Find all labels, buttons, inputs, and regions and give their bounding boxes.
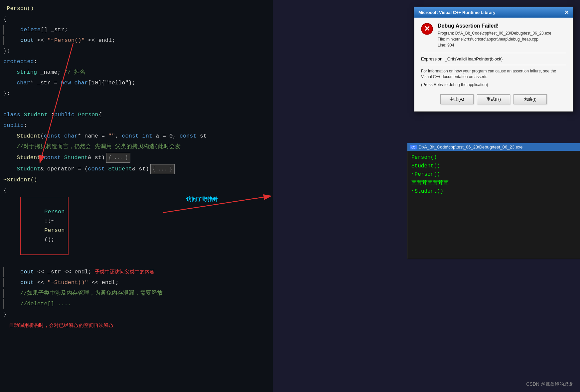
class-student-line: class Student : public Person { [0, 110, 273, 120]
terminal-line-2: Student() [411, 162, 576, 171]
dialog-separator [421, 53, 566, 53]
dialog-header: ✕ Debug Assertion Failed! Program: D:\A_… [421, 23, 566, 48]
dialog-press: (Press Retry to debug the application) [421, 82, 566, 87]
dialog-body: ✕ Debug Assertion Failed! Program: D:\A_… [414, 18, 573, 111]
assertion-title: Debug Assertion Failed! [438, 23, 551, 29]
code-line: string _name; // 姓名 [0, 67, 273, 78]
watermark: CSDN @戴墨镜的恐龙 [526, 381, 573, 387]
terminal-icon: C: [410, 145, 417, 149]
code-line: { [0, 14, 273, 25]
terminal-line-1: Person() [411, 153, 576, 162]
code-line: { [0, 185, 273, 196]
code-line: cout << _str << endl; 子类中还访问父类中的内容 [0, 266, 273, 277]
code-line: Student ( const Student & st) { ... } [0, 152, 273, 163]
code-line: cout << "~Person()" << endl; [0, 35, 273, 46]
annotation-child-access: 子类中还访问父类中的内容 [95, 267, 155, 276]
terminal-line-4: 茸茸茸茸茸茸茸 [411, 179, 576, 188]
code-line: ~Person() [0, 3, 273, 14]
code-line: delete [] _str; [0, 25, 273, 35]
terminal-content: Person() Student() ~Person() 茸茸茸茸茸茸茸 ~St… [407, 151, 580, 199]
code-line: ~Student() [0, 175, 273, 185]
code-editor: ~Person() { delete [] _str; cout << "~Pe… [0, 0, 273, 392]
code-line: protected : [0, 56, 273, 67]
dialog-titlebar: Microsoft Visual C++ Runtime Library ✕ [414, 7, 573, 18]
ignore-button[interactable]: 忽略(I) [513, 94, 547, 104]
code-line [0, 99, 273, 110]
terminal-titlebar: C: D:\A_Bit_Code\cpp\test_06_23\Debug\te… [407, 143, 580, 151]
code-line-annotation: 自动调用析构时，会对已经释放的空间再次释放 [0, 320, 273, 331]
terminal-title: D:\A_Bit_Code\cpp\test_06_23\Debug\test_… [419, 145, 523, 149]
terminal-line-5: ~Student() [411, 187, 576, 196]
code-line: public : [0, 120, 273, 131]
code-line: }; [0, 46, 273, 56]
dialog-separator-2 [421, 65, 566, 65]
code-line-redbox: Person ::~ Person (); [0, 196, 273, 256]
retry-button[interactable]: 重试(R) [477, 94, 510, 104]
code-line: Student ( const char * name = "" , const… [0, 131, 273, 142]
code-line: cout << "~Student()" << endl; [0, 277, 273, 288]
abort-button[interactable]: 中止(A) [440, 94, 474, 104]
dialog-close-button[interactable]: ✕ [564, 9, 569, 16]
code-line [0, 256, 273, 266]
program-info: Program: D:\A_Bit_Code\cpp\test_06_23\De… [438, 30, 551, 48]
dialog-note: For information on how your program can … [421, 68, 566, 80]
expression-line: Expression: _CrtIsValidHeapPointer(block… [421, 56, 566, 61]
error-dialog: Microsoft Visual C++ Runtime Library ✕ ✕… [414, 7, 573, 112]
annotation-auto-destruct: 自动调用析构时，会对已经释放的空间再次释放 [3, 321, 114, 330]
code-line: } [0, 309, 273, 320]
error-icon: ✕ [421, 23, 433, 35]
code-line: Student & operator = ( const Student & s… [0, 163, 273, 175]
dialog-buttons: 中止(A) 重试(R) 忽略(I) [421, 92, 566, 106]
dialog-title: Microsoft Visual C++ Runtime Library [418, 10, 496, 15]
code-line: //对于拷贝构造而言，仍然会 先调用 父类的拷贝构造(此时会发 [0, 142, 273, 152]
terminal-line-3: ~Person() [411, 170, 576, 179]
code-line: }; [0, 88, 273, 99]
terminal-window: C: D:\A_Bit_Code\cpp\test_06_23\Debug\te… [407, 143, 580, 259]
code-line: //如果子类中涉及内存管理，为避免内存泄漏，需要释放 [0, 288, 273, 299]
code-line: //delete[] .... [0, 299, 273, 309]
code-line: char * _str = new char [10]{"hello"}; [0, 78, 273, 88]
svg-text:✕: ✕ [424, 25, 430, 33]
